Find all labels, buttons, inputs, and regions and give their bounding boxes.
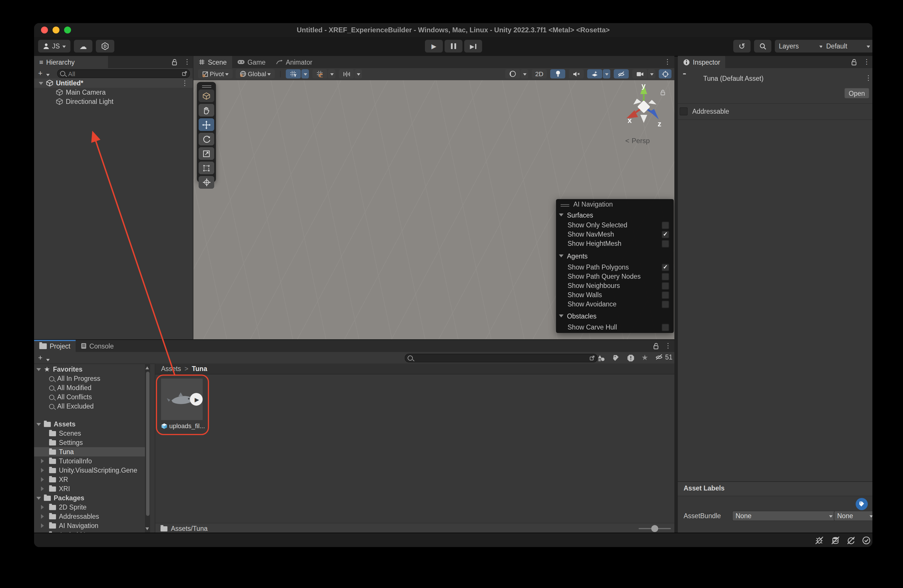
rect-tool-button[interactable]	[198, 162, 214, 174]
tree-item-tutorialinfo[interactable]: TutorialInfo	[34, 456, 150, 466]
debugger-detached-icon[interactable]	[815, 536, 824, 545]
shading-mode-dropdown[interactable]	[521, 69, 528, 78]
activity-ok-icon[interactable]	[862, 536, 871, 545]
transform-tool-button[interactable]	[198, 176, 214, 189]
tab-animator[interactable]: Animator	[271, 56, 318, 68]
move-tool-button[interactable]	[198, 118, 214, 131]
zoom-button[interactable]	[64, 27, 71, 33]
cache-server-disconnected-icon[interactable]	[831, 536, 840, 545]
auto-refresh-disabled-icon[interactable]	[846, 536, 856, 545]
assetbundle-dropdown[interactable]: None	[732, 511, 836, 521]
lock-icon[interactable]	[653, 343, 659, 350]
toggle-show-only-selected[interactable]: Show Only Selected✓	[568, 221, 669, 229]
create-asset-dropdown[interactable]	[46, 359, 50, 363]
hand-tool-button[interactable]	[198, 104, 214, 116]
open-button[interactable]: Open	[844, 88, 870, 99]
snap-increment-dropdown[interactable]	[354, 69, 362, 78]
projection-mode-button[interactable]: < Persp	[625, 137, 650, 145]
undo-history-button[interactable]: ↺	[733, 40, 750, 53]
tree-group-packages[interactable]: Packages	[34, 493, 150, 503]
scene-kebab[interactable]: ⋮	[181, 80, 188, 86]
hidden-count-button[interactable]: 51	[655, 354, 673, 361]
lighting-toggle[interactable]	[550, 69, 565, 78]
toggle-show-path-polygons[interactable]: Show Path Polygons✓	[568, 263, 669, 271]
hierarchy-item-directional-light[interactable]: Directional Light	[34, 97, 193, 106]
tree-item-all-in-progress[interactable]: All In Progress	[34, 374, 150, 383]
inspector-header-kebab[interactable]: ⋮	[865, 74, 872, 82]
step-button[interactable]: ▶	[464, 40, 482, 53]
tab-inspector[interactable]: Inspector	[678, 56, 725, 68]
camera-settings-button[interactable]	[632, 69, 647, 78]
hierarchy-item-main-camera[interactable]: Main Camera	[34, 88, 193, 97]
tree-item-addressables[interactable]: Addressables	[34, 512, 150, 521]
slider-thumb[interactable]	[651, 525, 658, 532]
checkbox[interactable]: ✓	[662, 282, 669, 289]
tree-group-assets[interactable]: Assets	[34, 420, 150, 429]
addressable-row[interactable]: ✓ Addressable	[680, 107, 729, 115]
snap-increment-button[interactable]	[339, 69, 354, 78]
toggle-show-path-query-nodes[interactable]: Show Path Query Nodes✓	[568, 272, 669, 281]
tree-item-xr[interactable]: XR	[34, 475, 150, 484]
add-object-button[interactable]: +	[38, 69, 42, 77]
orientation-gizmo[interactable]: x y z	[620, 82, 668, 130]
checkbox[interactable]: ✓	[662, 263, 669, 271]
checkbox[interactable]: ✓	[662, 300, 669, 308]
tree-item-scenes[interactable]: Scenes	[34, 429, 150, 438]
layers-dropdown[interactable]: Layers	[775, 40, 827, 53]
section-agents[interactable]: Agents	[559, 252, 588, 260]
checkbox[interactable]: ✓	[662, 291, 669, 299]
section-surfaces[interactable]: Surfaces	[559, 211, 593, 219]
breadcrumb-tuna[interactable]: Tuna	[192, 365, 207, 372]
breadcrumb-assets[interactable]: Assets	[161, 365, 181, 372]
hierarchy-menu-kebab[interactable]: ⋮	[184, 58, 190, 65]
viewport-lock-icon[interactable]	[660, 89, 666, 96]
project-search-input[interactable]	[415, 354, 588, 362]
view-tool-button[interactable]	[198, 89, 214, 102]
toggle-show-neighbours[interactable]: Show Neighbours✓	[568, 282, 669, 290]
cloud-button[interactable]: ☁	[74, 40, 92, 53]
global-dropdown[interactable]: Global	[236, 69, 275, 78]
project-menu-kebab[interactable]: ⋮	[665, 342, 672, 349]
lock-icon[interactable]	[171, 59, 178, 66]
scene-row-untitled[interactable]: Untitled* ⋮	[34, 78, 193, 88]
checkbox[interactable]: ✓	[662, 323, 669, 331]
grid-visibility-toggle[interactable]	[312, 69, 327, 78]
thumbnail-size-slider[interactable]	[639, 528, 671, 529]
asset-thumbnail-uploads-file[interactable]: ▶	[161, 378, 203, 420]
scene-visibility-toggle[interactable]	[614, 69, 629, 78]
search-by-type-icon[interactable]	[598, 354, 605, 362]
tree-item-all-conflicts[interactable]: All Conflicts	[34, 392, 150, 401]
rotate-tool-button[interactable]	[198, 133, 214, 146]
tab-console[interactable]: Console	[76, 340, 119, 352]
tree-item-tuna-selected[interactable]: Tuna	[34, 447, 150, 456]
asset-label-row[interactable]: uploads_fil...	[157, 422, 208, 429]
overlay-drag-handle[interactable]	[197, 82, 216, 88]
effects-toggle[interactable]	[587, 69, 602, 78]
assetbundle-variant-dropdown[interactable]: None	[834, 511, 872, 521]
gizmos-toggle[interactable]	[659, 69, 672, 78]
inspector-menu-kebab[interactable]: ⋮	[863, 58, 870, 65]
effects-dropdown[interactable]	[603, 69, 610, 78]
overlay-drag-handle[interactable]	[561, 203, 569, 207]
play-preview-button[interactable]: ▶	[190, 393, 203, 406]
scale-tool-button[interactable]	[198, 147, 214, 160]
tree-item-all-modified[interactable]: All Modified	[34, 383, 150, 392]
layout-dropdown[interactable]: Default	[822, 40, 872, 53]
account-dropdown[interactable]: JS	[38, 40, 71, 53]
grid-snap-y-dropdown[interactable]	[301, 69, 309, 78]
tab-scene[interactable]: Scene	[194, 56, 232, 68]
grid-visibility-dropdown[interactable]	[328, 69, 335, 78]
audio-mute-toggle[interactable]	[569, 69, 584, 78]
2d-toggle[interactable]: 2D	[532, 69, 547, 78]
toggle-show-carve-hull[interactable]: Show Carve Hull✓	[568, 323, 669, 331]
camera-settings-dropdown[interactable]	[648, 69, 655, 78]
tree-scrollbar[interactable]	[145, 364, 150, 533]
tree-item-all-excluded[interactable]: All Excluded	[34, 401, 150, 411]
tab-game[interactable]: Game	[232, 56, 271, 68]
toggle-show-heightmesh[interactable]: Show HeightMesh✓	[568, 240, 669, 248]
create-asset-button[interactable]: +	[38, 353, 42, 362]
scroll-up-arrow[interactable]	[145, 365, 149, 369]
import-log-icon[interactable]	[627, 354, 634, 362]
asset-labels-header[interactable]: Asset Labels	[678, 481, 872, 496]
toggle-show-navmesh[interactable]: Show NavMesh✓	[568, 230, 669, 238]
